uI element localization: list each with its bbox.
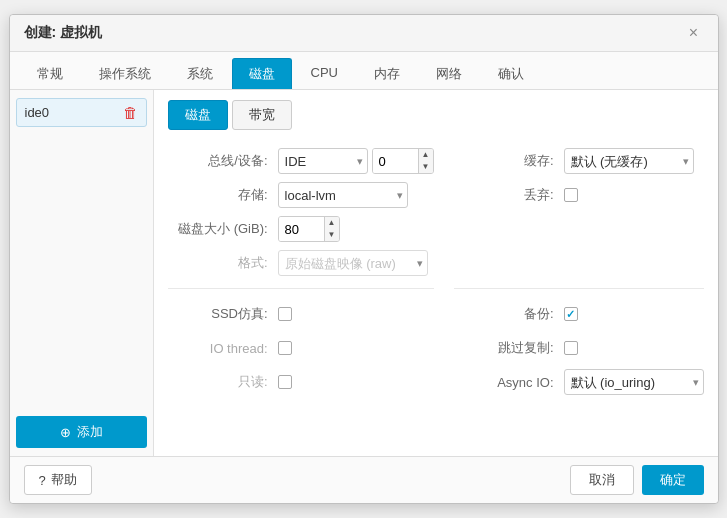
spinbox-buttons: ▲ ▼: [418, 149, 433, 173]
footer-right: 取消 确定: [570, 465, 704, 495]
tab-os[interactable]: 操作系统: [82, 58, 168, 89]
readonly-row: 只读:: [168, 365, 434, 399]
async-io-select[interactable]: 默认 (io_uring): [564, 369, 704, 395]
skip-repl-checkbox[interactable]: [564, 341, 578, 355]
cache-select-wrapper: 默认 (无缓存): [564, 148, 694, 174]
cache-row: 缓存: 默认 (无缓存): [454, 144, 704, 178]
plus-icon: ⊕: [60, 425, 71, 440]
format-select-wrapper: 原始磁盘映像 (raw): [278, 250, 428, 276]
size-down-button[interactable]: ▼: [325, 229, 339, 241]
bus-control: IDE ▲ ▼: [278, 148, 434, 174]
sidebar: ide0 🗑 ⊕ 添加: [10, 90, 154, 456]
size-label: 磁盘大小 (GiB):: [168, 220, 278, 238]
spinbox-up-button[interactable]: ▲: [419, 149, 433, 161]
ssd-control: [278, 307, 292, 321]
ssd-label: SSD仿真:: [168, 305, 278, 323]
ssd-row: SSD仿真:: [168, 297, 434, 331]
dialog-body: ide0 🗑 ⊕ 添加 磁盘 带宽 总线/设备:: [10, 90, 718, 456]
spinbox-down-button[interactable]: ▼: [419, 161, 433, 173]
readonly-control: [278, 375, 292, 389]
cache-control: 默认 (无缓存): [564, 148, 694, 174]
async-io-label: Async IO:: [454, 375, 564, 390]
backup-control: [564, 307, 578, 321]
storage-label: 存储:: [168, 186, 278, 204]
readonly-checkbox[interactable]: [278, 375, 292, 389]
discard-checkbox[interactable]: [564, 188, 578, 202]
sub-tab-disk[interactable]: 磁盘: [168, 100, 228, 130]
discard-label: 丢弃:: [454, 186, 564, 204]
discard-control: [564, 188, 578, 202]
cancel-button[interactable]: 取消: [570, 465, 634, 495]
discard-row: 丢弃:: [454, 178, 704, 212]
io-thread-control: [278, 341, 292, 355]
format-row: 格式: 原始磁盘映像 (raw): [168, 246, 434, 280]
create-vm-dialog: 创建: 虚拟机 × 常规 操作系统 系统 磁盘 CPU 内存 网络 确认 ide…: [9, 14, 719, 504]
disk-item-label: ide0: [25, 105, 50, 120]
cache-label: 缓存:: [454, 152, 564, 170]
io-thread-label: IO thread:: [168, 341, 278, 356]
sub-tab-bandwidth[interactable]: 带宽: [232, 100, 292, 130]
tab-confirm[interactable]: 确认: [481, 58, 541, 89]
size-spinbox-buttons: ▲ ▼: [324, 217, 339, 241]
size-control: ▲ ▼: [278, 216, 340, 242]
bus-row: 总线/设备: IDE ▲ ▼: [168, 144, 434, 178]
ssd-checkbox[interactable]: [278, 307, 292, 321]
close-button[interactable]: ×: [684, 23, 704, 43]
storage-select[interactable]: local-lvm: [278, 182, 408, 208]
storage-row: 存储: local-lvm: [168, 178, 434, 212]
help-button[interactable]: ? 帮助: [24, 465, 92, 495]
async-io-row: Async IO: 默认 (io_uring): [454, 365, 704, 399]
format-select: 原始磁盘映像 (raw): [278, 250, 428, 276]
size-input[interactable]: [279, 217, 324, 241]
disk-item-ide0[interactable]: ide0 🗑: [16, 98, 147, 127]
size-spinbox[interactable]: ▲ ▼: [278, 216, 340, 242]
tab-cpu[interactable]: CPU: [294, 58, 355, 89]
dialog-title: 创建: 虚拟机: [24, 24, 103, 42]
spacer-row2: [454, 246, 704, 280]
tab-memory[interactable]: 内存: [357, 58, 417, 89]
spacer-row: [454, 212, 704, 246]
tab-system[interactable]: 系统: [170, 58, 230, 89]
size-row: 磁盘大小 (GiB): ▲ ▼: [168, 212, 434, 246]
question-icon: ?: [39, 473, 46, 488]
backup-checkbox[interactable]: [564, 307, 578, 321]
async-io-control: 默认 (io_uring): [564, 369, 704, 395]
sidebar-list: ide0 🗑: [16, 98, 147, 127]
tab-general[interactable]: 常规: [20, 58, 80, 89]
storage-select-wrapper: local-lvm: [278, 182, 408, 208]
add-disk-button[interactable]: ⊕ 添加: [16, 416, 147, 448]
skip-repl-label: 跳过复制:: [454, 339, 564, 357]
storage-control: local-lvm: [278, 182, 408, 208]
format-control: 原始磁盘映像 (raw): [278, 250, 428, 276]
delete-disk-icon[interactable]: 🗑: [123, 104, 138, 121]
readonly-label: 只读:: [168, 373, 278, 391]
skip-repl-row: 跳过复制:: [454, 331, 704, 365]
form-section: 总线/设备: IDE ▲ ▼: [168, 144, 704, 399]
io-thread-row: IO thread:: [168, 331, 434, 365]
backup-label: 备份:: [454, 305, 564, 323]
nav-tabs: 常规 操作系统 系统 磁盘 CPU 内存 网络 确认: [10, 52, 718, 90]
size-up-button[interactable]: ▲: [325, 217, 339, 229]
ok-button[interactable]: 确定: [642, 465, 704, 495]
cache-select[interactable]: 默认 (无缓存): [564, 148, 694, 174]
bus-select-wrapper: IDE: [278, 148, 368, 174]
tab-network[interactable]: 网络: [419, 58, 479, 89]
backup-row: 备份:: [454, 297, 704, 331]
bus-label: 总线/设备:: [168, 152, 278, 170]
format-label: 格式:: [168, 254, 278, 272]
add-disk-label: 添加: [77, 423, 103, 441]
dialog-footer: ? 帮助 取消 确定: [10, 456, 718, 503]
help-label: 帮助: [51, 471, 77, 489]
bus-num-input[interactable]: [373, 149, 418, 173]
main-area: 磁盘 带宽 总线/设备: IDE: [154, 90, 718, 456]
dialog-header: 创建: 虚拟机 ×: [10, 15, 718, 52]
bus-num-spinbox[interactable]: ▲ ▼: [372, 148, 434, 174]
skip-repl-control: [564, 341, 578, 355]
sub-tabs: 磁盘 带宽: [168, 100, 704, 130]
io-thread-checkbox[interactable]: [278, 341, 292, 355]
async-io-select-wrapper: 默认 (io_uring): [564, 369, 704, 395]
bus-select[interactable]: IDE: [278, 148, 368, 174]
form-left: 总线/设备: IDE ▲ ▼: [168, 144, 434, 399]
tab-disk[interactable]: 磁盘: [232, 58, 292, 89]
form-right: 缓存: 默认 (无缓存) 丢弃:: [434, 144, 704, 399]
